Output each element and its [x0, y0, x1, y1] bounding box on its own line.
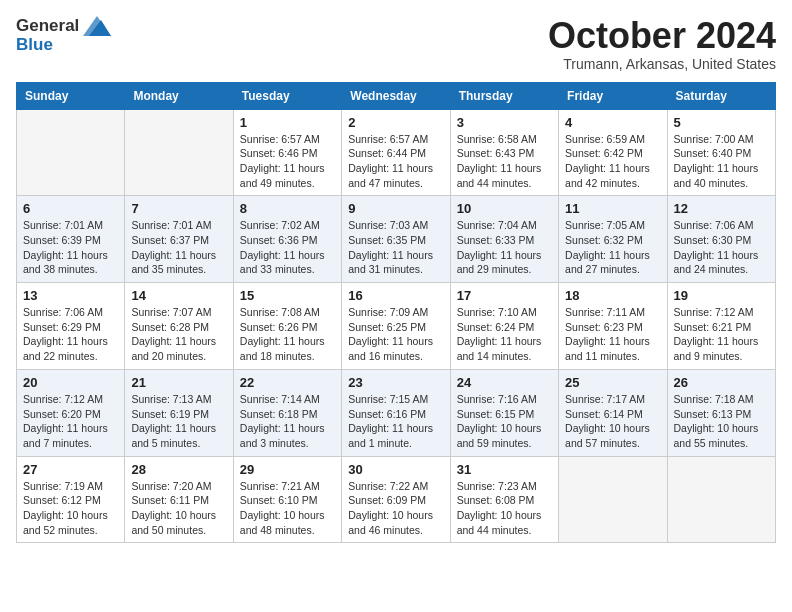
day-number: 9	[348, 201, 443, 216]
logo: General Blue	[16, 16, 111, 55]
day-info: Sunrise: 7:22 AMSunset: 6:09 PMDaylight:…	[348, 479, 443, 538]
calendar-day-cell: 26Sunrise: 7:18 AMSunset: 6:13 PMDayligh…	[667, 369, 775, 456]
calendar-day-cell	[125, 109, 233, 196]
weekday-header-wednesday: Wednesday	[342, 82, 450, 109]
calendar-day-cell: 3Sunrise: 6:58 AMSunset: 6:43 PMDaylight…	[450, 109, 558, 196]
title-block: October 2024 Trumann, Arkansas, United S…	[548, 16, 776, 72]
day-info: Sunrise: 7:09 AMSunset: 6:25 PMDaylight:…	[348, 305, 443, 364]
day-info: Sunrise: 7:10 AMSunset: 6:24 PMDaylight:…	[457, 305, 552, 364]
day-info: Sunrise: 7:06 AMSunset: 6:30 PMDaylight:…	[674, 218, 769, 277]
calendar-week-row: 27Sunrise: 7:19 AMSunset: 6:12 PMDayligh…	[17, 456, 776, 543]
day-number: 27	[23, 462, 118, 477]
day-number: 28	[131, 462, 226, 477]
calendar-week-row: 1Sunrise: 6:57 AMSunset: 6:46 PMDaylight…	[17, 109, 776, 196]
calendar-week-row: 20Sunrise: 7:12 AMSunset: 6:20 PMDayligh…	[17, 369, 776, 456]
calendar-table: SundayMondayTuesdayWednesdayThursdayFrid…	[16, 82, 776, 544]
calendar-week-row: 6Sunrise: 7:01 AMSunset: 6:39 PMDaylight…	[17, 196, 776, 283]
calendar-day-cell: 19Sunrise: 7:12 AMSunset: 6:21 PMDayligh…	[667, 283, 775, 370]
day-info: Sunrise: 7:12 AMSunset: 6:21 PMDaylight:…	[674, 305, 769, 364]
calendar-day-cell: 6Sunrise: 7:01 AMSunset: 6:39 PMDaylight…	[17, 196, 125, 283]
calendar-day-cell: 28Sunrise: 7:20 AMSunset: 6:11 PMDayligh…	[125, 456, 233, 543]
calendar-day-cell: 5Sunrise: 7:00 AMSunset: 6:40 PMDaylight…	[667, 109, 775, 196]
day-number: 14	[131, 288, 226, 303]
calendar-day-cell: 1Sunrise: 6:57 AMSunset: 6:46 PMDaylight…	[233, 109, 341, 196]
day-info: Sunrise: 7:05 AMSunset: 6:32 PMDaylight:…	[565, 218, 660, 277]
day-number: 16	[348, 288, 443, 303]
day-number: 26	[674, 375, 769, 390]
calendar-day-cell: 2Sunrise: 6:57 AMSunset: 6:44 PMDaylight…	[342, 109, 450, 196]
day-number: 1	[240, 115, 335, 130]
day-info: Sunrise: 7:14 AMSunset: 6:18 PMDaylight:…	[240, 392, 335, 451]
calendar-day-cell: 27Sunrise: 7:19 AMSunset: 6:12 PMDayligh…	[17, 456, 125, 543]
calendar-day-cell: 12Sunrise: 7:06 AMSunset: 6:30 PMDayligh…	[667, 196, 775, 283]
day-info: Sunrise: 7:08 AMSunset: 6:26 PMDaylight:…	[240, 305, 335, 364]
calendar-day-cell: 15Sunrise: 7:08 AMSunset: 6:26 PMDayligh…	[233, 283, 341, 370]
day-number: 21	[131, 375, 226, 390]
day-number: 15	[240, 288, 335, 303]
calendar-day-cell: 18Sunrise: 7:11 AMSunset: 6:23 PMDayligh…	[559, 283, 667, 370]
calendar-day-cell: 24Sunrise: 7:16 AMSunset: 6:15 PMDayligh…	[450, 369, 558, 456]
day-info: Sunrise: 7:16 AMSunset: 6:15 PMDaylight:…	[457, 392, 552, 451]
calendar-day-cell: 21Sunrise: 7:13 AMSunset: 6:19 PMDayligh…	[125, 369, 233, 456]
calendar-day-cell: 4Sunrise: 6:59 AMSunset: 6:42 PMDaylight…	[559, 109, 667, 196]
calendar-day-cell: 8Sunrise: 7:02 AMSunset: 6:36 PMDaylight…	[233, 196, 341, 283]
day-number: 24	[457, 375, 552, 390]
month-title: October 2024	[548, 16, 776, 56]
day-number: 4	[565, 115, 660, 130]
day-number: 7	[131, 201, 226, 216]
weekday-header-monday: Monday	[125, 82, 233, 109]
location: Trumann, Arkansas, United States	[548, 56, 776, 72]
day-number: 22	[240, 375, 335, 390]
day-info: Sunrise: 7:19 AMSunset: 6:12 PMDaylight:…	[23, 479, 118, 538]
logo-icon	[83, 16, 111, 36]
day-info: Sunrise: 7:21 AMSunset: 6:10 PMDaylight:…	[240, 479, 335, 538]
calendar-day-cell: 14Sunrise: 7:07 AMSunset: 6:28 PMDayligh…	[125, 283, 233, 370]
day-number: 17	[457, 288, 552, 303]
logo-general: General	[16, 17, 79, 36]
day-number: 2	[348, 115, 443, 130]
calendar-week-row: 13Sunrise: 7:06 AMSunset: 6:29 PMDayligh…	[17, 283, 776, 370]
day-number: 20	[23, 375, 118, 390]
day-info: Sunrise: 7:23 AMSunset: 6:08 PMDaylight:…	[457, 479, 552, 538]
day-info: Sunrise: 7:06 AMSunset: 6:29 PMDaylight:…	[23, 305, 118, 364]
day-number: 25	[565, 375, 660, 390]
calendar-day-cell	[17, 109, 125, 196]
day-info: Sunrise: 7:17 AMSunset: 6:14 PMDaylight:…	[565, 392, 660, 451]
day-number: 11	[565, 201, 660, 216]
day-number: 8	[240, 201, 335, 216]
day-info: Sunrise: 6:57 AMSunset: 6:46 PMDaylight:…	[240, 132, 335, 191]
calendar-day-cell: 31Sunrise: 7:23 AMSunset: 6:08 PMDayligh…	[450, 456, 558, 543]
day-number: 18	[565, 288, 660, 303]
day-number: 3	[457, 115, 552, 130]
day-number: 29	[240, 462, 335, 477]
day-info: Sunrise: 7:07 AMSunset: 6:28 PMDaylight:…	[131, 305, 226, 364]
day-info: Sunrise: 6:58 AMSunset: 6:43 PMDaylight:…	[457, 132, 552, 191]
calendar-day-cell	[559, 456, 667, 543]
calendar-day-cell	[667, 456, 775, 543]
page-header: General Blue October 2024 Trumann, Arkan…	[16, 16, 776, 72]
day-info: Sunrise: 6:57 AMSunset: 6:44 PMDaylight:…	[348, 132, 443, 191]
logo-blue: Blue	[16, 36, 53, 55]
weekday-header-row: SundayMondayTuesdayWednesdayThursdayFrid…	[17, 82, 776, 109]
day-info: Sunrise: 7:15 AMSunset: 6:16 PMDaylight:…	[348, 392, 443, 451]
day-info: Sunrise: 7:12 AMSunset: 6:20 PMDaylight:…	[23, 392, 118, 451]
day-info: Sunrise: 7:13 AMSunset: 6:19 PMDaylight:…	[131, 392, 226, 451]
day-number: 6	[23, 201, 118, 216]
day-number: 31	[457, 462, 552, 477]
day-number: 5	[674, 115, 769, 130]
calendar-day-cell: 20Sunrise: 7:12 AMSunset: 6:20 PMDayligh…	[17, 369, 125, 456]
day-info: Sunrise: 7:03 AMSunset: 6:35 PMDaylight:…	[348, 218, 443, 277]
weekday-header-sunday: Sunday	[17, 82, 125, 109]
calendar-day-cell: 11Sunrise: 7:05 AMSunset: 6:32 PMDayligh…	[559, 196, 667, 283]
calendar-day-cell: 13Sunrise: 7:06 AMSunset: 6:29 PMDayligh…	[17, 283, 125, 370]
calendar-day-cell: 7Sunrise: 7:01 AMSunset: 6:37 PMDaylight…	[125, 196, 233, 283]
calendar-day-cell: 29Sunrise: 7:21 AMSunset: 6:10 PMDayligh…	[233, 456, 341, 543]
weekday-header-tuesday: Tuesday	[233, 82, 341, 109]
calendar-day-cell: 16Sunrise: 7:09 AMSunset: 6:25 PMDayligh…	[342, 283, 450, 370]
weekday-header-friday: Friday	[559, 82, 667, 109]
calendar-day-cell: 10Sunrise: 7:04 AMSunset: 6:33 PMDayligh…	[450, 196, 558, 283]
weekday-header-saturday: Saturday	[667, 82, 775, 109]
calendar-day-cell: 9Sunrise: 7:03 AMSunset: 6:35 PMDaylight…	[342, 196, 450, 283]
day-number: 19	[674, 288, 769, 303]
day-info: Sunrise: 7:04 AMSunset: 6:33 PMDaylight:…	[457, 218, 552, 277]
